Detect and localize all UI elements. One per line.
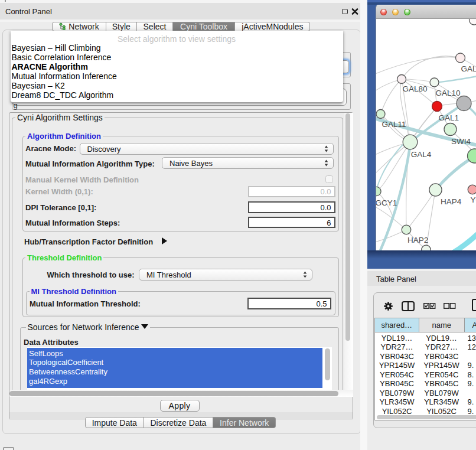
svg-text:GCY1: GCY1 xyxy=(376,198,397,207)
svg-text:HAP2: HAP2 xyxy=(407,236,428,244)
svg-text:YG: YG xyxy=(470,195,476,204)
svg-text:GAL11: GAL11 xyxy=(382,120,406,129)
svg-text:GAL80: GAL80 xyxy=(402,84,427,93)
svg-text:GAL7: GAL7 xyxy=(461,64,476,73)
svg-text:GAL4: GAL4 xyxy=(410,150,431,159)
svg-text:GAL1: GAL1 xyxy=(438,113,459,122)
svg-text:HAP4: HAP4 xyxy=(441,197,462,206)
svg-text:GAL10: GAL10 xyxy=(435,89,460,97)
svg-text:SWI4: SWI4 xyxy=(451,137,471,146)
